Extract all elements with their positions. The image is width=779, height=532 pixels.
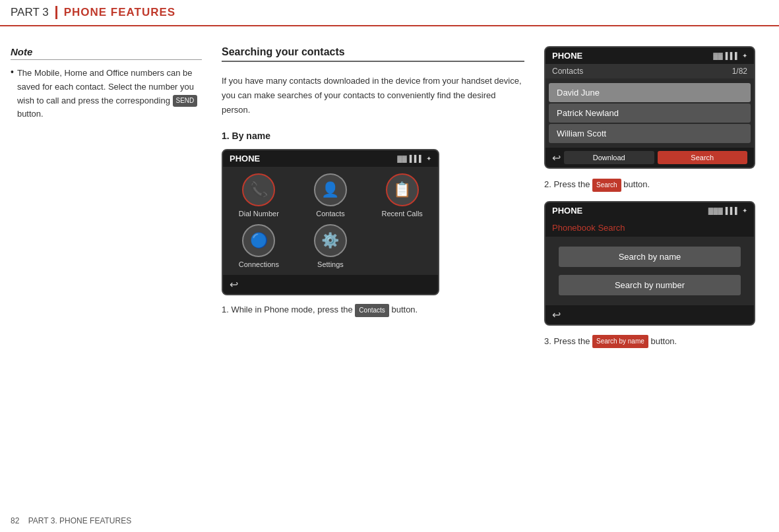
phone-icons-grid: 📞 Dial Number 👤 Contacts 📋 Recent Calls … (223, 167, 438, 275)
contacts-label-2: Contacts (552, 67, 583, 76)
search-by-number-button[interactable]: Search by number (559, 275, 741, 295)
contacts-button-inline: Contacts (355, 304, 389, 317)
intro-text: If you have many contacts downloaded in … (222, 74, 524, 117)
phone-status-3: ▓▓▓ ▌▌▌ ✦ (708, 207, 747, 214)
phone-status-1: ▓▓ ▌▌▌ ✦ (397, 155, 431, 162)
search-button-inline: Search (592, 179, 621, 192)
send-button-inline: SEND (173, 95, 198, 107)
settings-icon-item: ⚙️ Settings (298, 224, 363, 268)
mid-section: Searching your contacts If you have many… (222, 46, 544, 349)
battery-icon: ▓▓ (397, 155, 407, 162)
page-header: PART 3 PHONE FEATURES (0, 0, 779, 26)
recent-calls-label: Recent Calls (381, 210, 422, 218)
back-arrow-icon: ↩ (230, 278, 238, 291)
phone-status-2: ▓▓ ▌▌▌ ✦ (713, 52, 747, 59)
dial-number-icon: 📞 (242, 173, 275, 206)
dial-number-label: Dial Number (239, 210, 279, 218)
part-label: PART 3 (11, 6, 49, 19)
connections-label: Connections (239, 260, 279, 268)
footer-label: PART 3. PHONE FEATURES (28, 516, 131, 525)
note-bullet: • The Mobile, Home and Office numbers ca… (11, 67, 202, 121)
step1-text: 1. While in Phone mode, press the Contac… (222, 303, 524, 317)
connections-icon: 🔵 (242, 224, 275, 257)
phone-title-3: PHONE (552, 206, 582, 216)
battery-icon-2: ▓▓ (713, 52, 723, 59)
step3-text: 3. Press the Search by name button. (544, 335, 768, 349)
phone-title-2: PHONE (552, 51, 582, 61)
search-options: Search by name Search by number (545, 237, 754, 305)
phone-search-bottom: ↩ (545, 305, 754, 324)
contact-row-2: Patrick Newland (549, 103, 751, 123)
signal-icon: ▌▌▌ (410, 155, 423, 162)
phone-title-1: PHONE (230, 154, 260, 163)
settings-icon: ⚙️ (314, 224, 347, 257)
search-by-name-button-inline: Search by name (592, 335, 648, 348)
right-section: PHONE ▓▓ ▌▌▌ ✦ Contacts 1/82 David June … (544, 46, 768, 349)
contacts-icon-item: 👤 Contacts (298, 173, 363, 218)
phone-header-1: PHONE ▓▓ ▌▌▌ ✦ (223, 150, 438, 167)
bt-icon: ✦ (426, 155, 431, 162)
battery-icon-3: ▓▓▓ (708, 207, 723, 214)
contacts-list: David June Patrick Newland William Scott (545, 78, 754, 148)
phone-search-ui: PHONE ▓▓▓ ▌▌▌ ✦ Phonebook Search Search … (544, 201, 755, 326)
note-text: The Mobile, Home and Office numbers can … (17, 67, 202, 121)
contact-row-1: David June (549, 83, 751, 102)
phonebook-search-label: Phonebook Search (545, 219, 754, 237)
recent-calls-icon: 📋 (386, 173, 419, 206)
phone-contacts-ui: PHONE ▓▓ ▌▌▌ ✦ Contacts 1/82 David June … (544, 46, 755, 169)
note-title: Note (11, 46, 202, 60)
main-content: Note • The Mobile, Home and Office numbe… (0, 26, 779, 362)
search-button[interactable]: Search (658, 151, 748, 164)
page-number: 82 (11, 516, 19, 525)
settings-label: Settings (317, 260, 344, 268)
recent-calls-icon-item: 📋 Recent Calls (369, 173, 435, 218)
download-button[interactable]: Download (564, 151, 654, 164)
phone-bottom-bar-1: ↩ (223, 275, 438, 294)
phone-bottom-actions: ↩ Download Search (545, 148, 754, 167)
signal-icon-2: ▌▌▌ (726, 52, 739, 59)
dial-number-icon-item: 📞 Dial Number (226, 173, 292, 218)
contacts-icon: 👤 (314, 173, 347, 206)
contacts-count: 1/82 (732, 67, 747, 76)
by-name-heading: 1. By name (222, 131, 524, 141)
section-title: Searching your contacts (222, 46, 524, 62)
contact-row-3: William Scott (549, 124, 751, 143)
phone-contacts-header: PHONE ▓▓ ▌▌▌ ✦ (545, 47, 754, 64)
search-by-name-button[interactable]: Search by name (559, 247, 741, 267)
bt-icon-2: ✦ (742, 52, 747, 59)
back-arrow-icon-2: ↩ (552, 152, 561, 164)
bt-icon-3: ✦ (742, 207, 747, 214)
step2-text: 2. Press the Search button. (544, 178, 768, 192)
connections-icon-item: 🔵 Connections (226, 224, 292, 268)
note-section: Note • The Mobile, Home and Office numbe… (11, 46, 222, 349)
contacts-label: Contacts (316, 210, 344, 218)
page-title: PHONE FEATURES (55, 6, 176, 19)
back-arrow-icon-3: ↩ (552, 309, 561, 320)
bullet-dot: • (11, 67, 14, 121)
phone-search-header: PHONE ▓▓▓ ▌▌▌ ✦ (545, 202, 754, 219)
signal-icon-3: ▌▌▌ (726, 207, 739, 214)
footer: 82 PART 3. PHONE FEATURES (11, 516, 131, 525)
phone-mockup-1: PHONE ▓▓ ▌▌▌ ✦ 📞 Dial Number 👤 Contacts … (222, 149, 439, 295)
